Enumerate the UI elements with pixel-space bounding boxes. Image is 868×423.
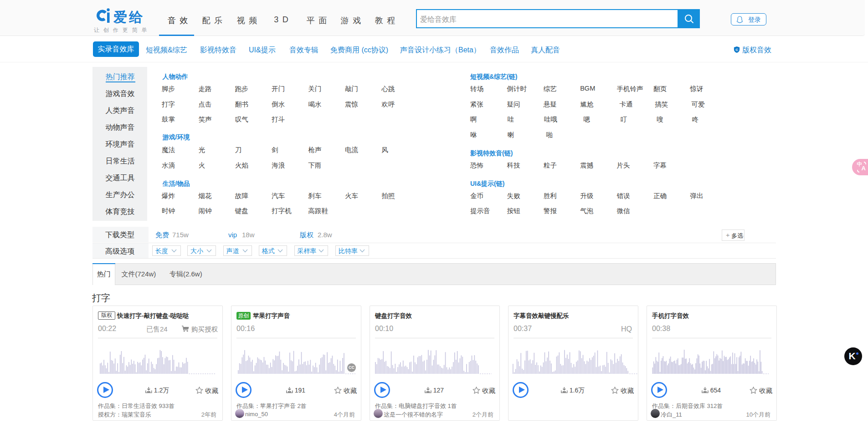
- svg-text:C: C: [735, 48, 738, 52]
